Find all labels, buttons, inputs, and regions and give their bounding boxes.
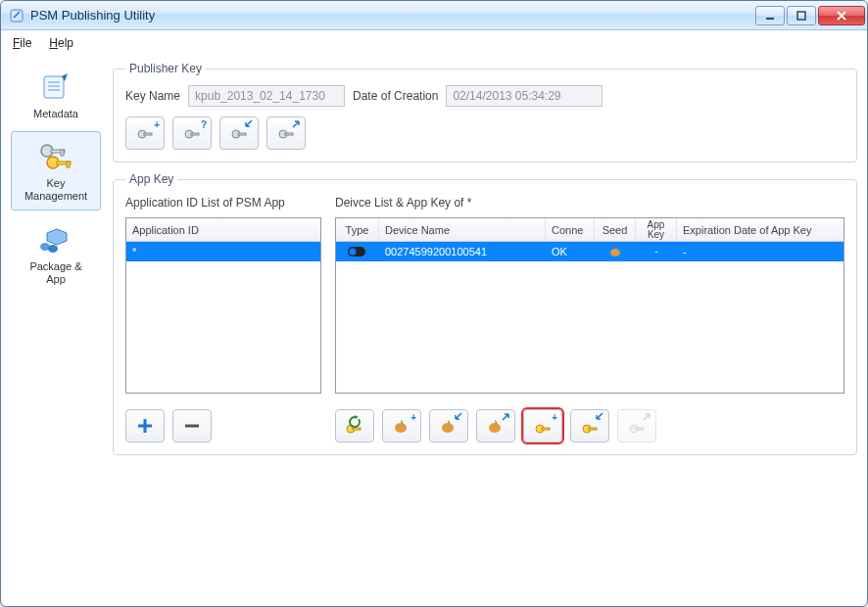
sidebar-item-metadata[interactable]: Metadata [11,62,101,127]
appid-list[interactable]: Application ID * [125,217,321,394]
svg-rect-1 [766,18,774,20]
import-arrow-icon [454,412,463,424]
import-arrow-icon [595,412,604,424]
key-name-field: kpub_2013_02_14_1730 [188,85,345,107]
remove-appid-button[interactable] [172,409,212,443]
create-key-button[interactable]: + [125,117,165,150]
window-controls [755,6,865,25]
date-field: 02/14/2013 05:34:29 [446,85,603,107]
question-icon: ? [201,119,207,130]
menu-file[interactable]: File [13,36,31,50]
sidebar-item-label: Metadata [16,108,96,120]
svg-point-14 [48,245,58,253]
create-app-key-button[interactable]: + [523,409,562,443]
app-window: PSM Publishing Utility File Help [0,0,868,607]
export-app-key-button [617,409,656,443]
table-row[interactable]: 00274599200100541 OK - - [336,242,844,261]
svg-point-25 [610,249,620,257]
device-list-header: Type Device Name Conne Seed App Key Expi… [336,218,844,242]
col-key[interactable]: App Key [636,218,677,241]
app-key-legend: App Key [125,172,177,186]
add-appid-button[interactable] [125,409,165,443]
key-name-label: Key Name [125,89,180,103]
plus-icon: + [154,119,160,130]
svg-point-30 [489,423,501,433]
publisher-key-legend: Publisher Key [125,62,206,75]
export-seed-button[interactable] [476,409,515,443]
svg-rect-20 [238,133,246,135]
date-label: Date of Creation [353,89,438,103]
svg-rect-9 [61,150,64,156]
maximize-button[interactable] [787,6,816,25]
import-app-key-button[interactable] [570,409,609,443]
svg-rect-18 [191,133,199,135]
device-list[interactable]: Type Device Name Conne Seed App Key Expi… [335,217,844,394]
svg-rect-2 [797,12,805,20]
appid-list-label: Application ID List of PSM App [125,196,321,210]
svg-rect-3 [44,76,64,98]
svg-rect-12 [67,162,70,167]
col-seed[interactable]: Seed [595,218,636,241]
export-arrow-icon [642,412,651,424]
seed-icon [595,242,636,261]
window-title: PSM Publishing Utility [30,8,755,23]
add-seed-button[interactable]: + [382,409,421,443]
svg-rect-27 [353,428,361,430]
sidebar-item-key-management[interactable]: Key Management [11,131,101,210]
import-arrow-icon [244,119,254,131]
menubar: File Help [1,30,867,56]
content-area: Metadata Key Management [1,56,867,606]
publisher-key-toolbar: + ? [125,117,844,150]
titlebar: PSM Publishing Utility [1,1,867,30]
svg-rect-34 [589,428,597,430]
appid-toolbar [125,409,321,443]
svg-rect-36 [636,428,644,430]
device-type-icon [336,242,379,261]
publisher-key-group: Publisher Key Key Name kpub_2013_02_14_1… [113,62,857,163]
refresh-keys-button[interactable] [335,409,374,443]
appid-list-header: Application ID [126,218,320,242]
svg-rect-22 [285,133,293,135]
svg-point-28 [395,423,407,433]
close-button[interactable] [818,6,865,25]
device-toolbar: + [335,409,844,443]
sidebar: Metadata Key Management [7,62,105,596]
svg-rect-16 [144,133,152,135]
key-info-button[interactable]: ? [172,117,212,150]
package-app-icon [36,223,75,257]
list-item[interactable]: * [126,242,320,261]
col-type[interactable]: Type [336,218,379,241]
col-exp[interactable]: Expiration Date of App Key [677,218,844,241]
menu-help[interactable]: Help [49,36,73,50]
export-arrow-icon [291,119,301,131]
col-name[interactable]: Device Name [379,218,546,241]
app-key-group: App Key Application ID List of PSM App A… [113,172,857,455]
export-key-button[interactable] [266,117,306,150]
sidebar-item-package-app[interactable]: Package & App [11,214,101,293]
plus-icon: + [410,412,416,423]
col-conn[interactable]: Conne [546,218,595,241]
key-management-icon [36,140,75,173]
import-seed-button[interactable] [429,409,468,443]
export-arrow-icon [501,412,510,424]
svg-rect-32 [542,428,550,430]
minimize-button[interactable] [755,6,785,25]
device-list-label: Deivce List & App Key of * [335,196,844,210]
app-icon [9,8,24,23]
metadata-icon [36,70,75,104]
svg-point-29 [442,423,454,433]
sidebar-item-label: Key Management [16,177,96,203]
appid-column-header[interactable]: Application ID [126,218,320,241]
main-panel: Publisher Key Key Name kpub_2013_02_14_1… [113,62,857,596]
import-key-button[interactable] [219,117,259,150]
sidebar-item-label: Package & App [16,260,96,286]
svg-point-24 [350,249,357,256]
plus-icon: + [552,412,557,423]
